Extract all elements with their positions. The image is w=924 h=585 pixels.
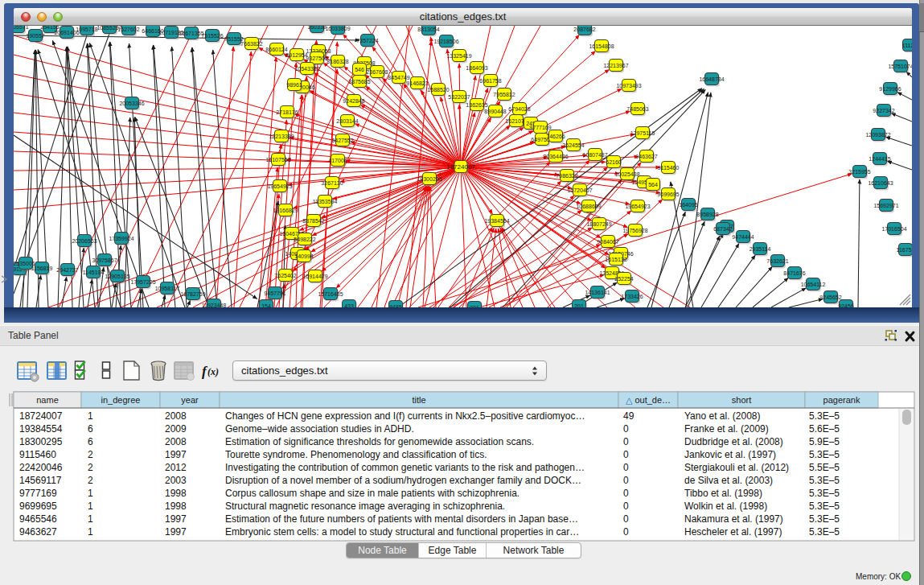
- svg-text:20364436: 20364436: [543, 154, 568, 159]
- svg-text:12093872: 12093872: [865, 132, 890, 138]
- svg-text:7625402: 7625402: [274, 273, 296, 278]
- svg-text:20053346: 20053346: [119, 101, 144, 106]
- svg-text:5.3E–5: 5.3E–5: [809, 449, 840, 460]
- svg-text:417004: 417004: [328, 158, 347, 163]
- svg-text:1: 1: [88, 526, 93, 538]
- svg-text:7357224: 7357224: [356, 38, 378, 43]
- svg-text:16782759: 16782759: [180, 291, 205, 297]
- svg-text:2008: 2008: [165, 410, 187, 422]
- svg-text:2942737: 2942737: [56, 267, 78, 273]
- svg-text:8660124: 8660124: [265, 47, 287, 52]
- svg-text:154: 154: [261, 303, 271, 308]
- svg-text:9463627: 9463627: [635, 154, 657, 159]
- svg-text:(x): (x): [207, 366, 219, 377]
- svg-text:7955812: 7955812: [493, 92, 515, 97]
- svg-text:1: 1: [88, 410, 93, 422]
- svg-text:1362615: 1362615: [466, 102, 487, 108]
- svg-text:116753: 116753: [897, 247, 912, 253]
- svg-text:Yano et al. (2008): Yano et al. (2008): [684, 410, 761, 422]
- svg-text:140994: 140994: [294, 253, 313, 259]
- svg-text:short: short: [732, 395, 751, 405]
- svg-text:de Silva et al. (2003): de Silva et al. (2003): [684, 475, 773, 486]
- svg-text:5.3E–5: 5.3E–5: [809, 488, 840, 499]
- svg-text:1997: 1997: [165, 526, 187, 538]
- svg-text:10973493: 10973493: [616, 83, 641, 89]
- svg-text:201: 201: [574, 303, 584, 308]
- svg-text:0: 0: [623, 501, 629, 512]
- svg-text:5322037: 5322037: [448, 94, 470, 100]
- svg-text:2012: 2012: [165, 462, 187, 473]
- svg-text:8912954: 8912954: [285, 52, 307, 58]
- svg-text:6961758: 6961758: [479, 78, 501, 84]
- svg-text:1615132: 1615132: [605, 257, 626, 262]
- svg-text:8990448: 8990448: [484, 109, 506, 114]
- svg-text:1244415: 1244415: [869, 156, 890, 162]
- svg-text:12213389: 12213389: [269, 134, 294, 139]
- svg-text:title: title: [412, 395, 425, 405]
- svg-text:Changes of HCN gene expression: Changes of HCN gene expression and I(f) …: [225, 410, 585, 422]
- svg-text:11353594: 11353594: [313, 199, 338, 204]
- svg-text:16033809: 16033809: [325, 26, 350, 31]
- svg-text:6: 6: [88, 436, 93, 447]
- svg-text:12213967: 12213967: [603, 63, 628, 68]
- svg-text:Jankovic et al. (1997): Jankovic et al. (1997): [684, 449, 776, 460]
- svg-text:8454749: 8454749: [388, 75, 409, 80]
- svg-text:0: 0: [623, 513, 629, 525]
- svg-text:16914479: 16914479: [302, 274, 327, 279]
- svg-text:Wolkin et al. (1998): Wolkin et al. (1998): [684, 501, 767, 512]
- svg-text:Nakamura et al. (1997): Nakamura et al. (1997): [684, 513, 783, 525]
- svg-text:8427552: 8427552: [331, 138, 353, 143]
- svg-text:1156819: 1156819: [31, 266, 53, 271]
- svg-text:9777169: 9777169: [19, 488, 57, 499]
- svg-text:Corpus callosum shape and size: Corpus callosum shape and size in male p…: [225, 488, 519, 499]
- svg-text:17016504: 17016504: [881, 226, 906, 232]
- svg-text:3624554: 3624554: [562, 142, 584, 148]
- svg-text:19166829: 19166829: [273, 208, 298, 213]
- svg-text:7485063: 7485063: [626, 106, 648, 112]
- svg-text:0: 0: [623, 436, 629, 447]
- svg-text:Estimation of significance thr: Estimation of significance thresholds fo…: [225, 436, 534, 447]
- svg-text:17957225: 17957225: [130, 279, 155, 285]
- svg-text:10543382: 10543382: [294, 66, 319, 72]
- svg-text:8958928: 8958928: [696, 212, 718, 217]
- svg-text:19654923: 19654923: [267, 183, 292, 189]
- svg-text:9227342: 9227342: [873, 108, 894, 113]
- svg-text:13325419: 13325419: [446, 53, 471, 59]
- svg-text:2: 2: [88, 462, 93, 473]
- svg-text:Tourette syndrome. Phenomenolo: Tourette syndrome. Phenomenology and cla…: [225, 449, 487, 460]
- svg-text:2367608: 2367608: [366, 69, 388, 75]
- svg-text:18300295: 18300295: [19, 436, 63, 447]
- svg-text:0: 0: [623, 449, 629, 460]
- svg-text:5.3E–5: 5.3E–5: [809, 410, 840, 422]
- svg-text:9457791: 9457791: [264, 290, 285, 296]
- svg-text:11123: 11123: [902, 43, 912, 48]
- svg-text:746266: 746266: [546, 134, 565, 139]
- svg-text:name: name: [36, 395, 59, 405]
- svg-text:9242848: 9242848: [343, 98, 364, 104]
- svg-text:7663822: 7663822: [240, 41, 262, 47]
- svg-text:18300295: 18300295: [417, 176, 441, 182]
- svg-text:1095718: 1095718: [76, 27, 97, 32]
- svg-text:12975115: 12975115: [630, 130, 655, 136]
- svg-text:6794028: 6794028: [508, 106, 530, 112]
- svg-text:3267130: 3267130: [321, 180, 343, 186]
- svg-text:5.3E–5: 5.3E–5: [809, 475, 840, 486]
- svg-text:14136141: 14136141: [585, 290, 610, 295]
- svg-text:17359924: 17359924: [109, 236, 133, 241]
- svg-text:18807249: 18807249: [586, 221, 611, 227]
- svg-text:8471676: 8471676: [783, 270, 805, 276]
- svg-text:10654112: 10654112: [801, 282, 826, 287]
- svg-text:16671355: 16671355: [179, 31, 203, 36]
- svg-text:Investigating the contribution: Investigating the contribution of common…: [225, 462, 585, 473]
- svg-text:1527602: 1527602: [117, 27, 139, 32]
- svg-text:9465546: 9465546: [19, 513, 57, 525]
- svg-text:Disruption of a novel member o: Disruption of a novel member of a sodium…: [225, 475, 581, 486]
- svg-text:1: 1: [88, 488, 93, 499]
- svg-text:16210643: 16210643: [868, 180, 893, 186]
- svg-text:1997: 1997: [165, 513, 187, 525]
- svg-text:190557: 190557: [26, 33, 44, 39]
- svg-text:22420046: 22420046: [19, 462, 63, 473]
- svg-text:9699695: 9699695: [19, 501, 57, 512]
- svg-text:9146821: 9146821: [406, 80, 428, 86]
- svg-text:9084067: 9084067: [597, 239, 618, 245]
